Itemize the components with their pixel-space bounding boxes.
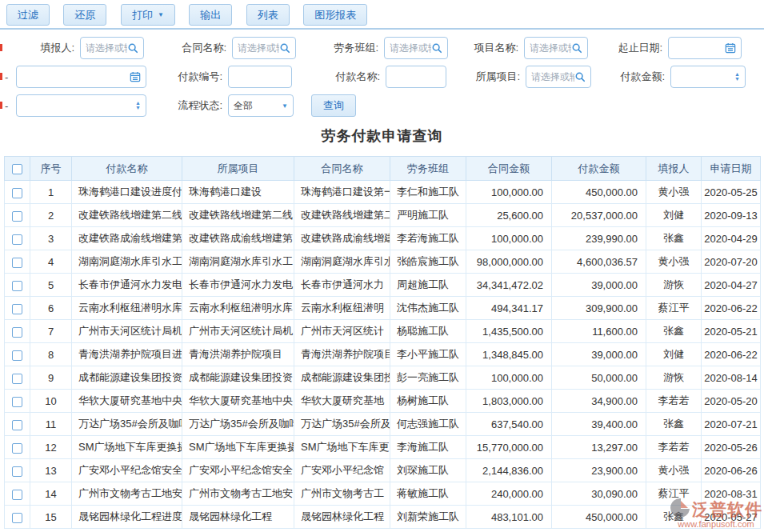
team-link[interactable]: 彭一亮施工队 (390, 366, 466, 390)
reporter-cell[interactable]: 游恢 (646, 274, 702, 297)
team-link[interactable]: 严明施工队 (390, 204, 466, 227)
row-checkbox[interactable] (12, 281, 22, 291)
reporter-cell[interactable]: 黄小强 (646, 459, 702, 482)
project-link[interactable]: 广州市天河区统计局机 (182, 320, 294, 343)
project-link[interactable]: 湖南洞庭湖水库引水工 (182, 250, 294, 274)
payment-name-link[interactable]: 青海洪湖养护院项目进 (72, 343, 182, 366)
row-checkbox[interactable] (12, 188, 22, 198)
project-link[interactable]: 云南水利枢纽潜明水库 (182, 297, 294, 320)
spinner-arrows-icon[interactable]: ▲▼ (734, 72, 740, 82)
contract-name-search-input[interactable]: 请选择或输 (232, 37, 296, 59)
project-link[interactable]: 长春市伊通河水力发电 (182, 274, 294, 297)
project-link[interactable]: 广安邓小平纪念馆安全 (182, 459, 294, 482)
reporter-search-input[interactable]: 请选择或输 (80, 37, 144, 59)
project-link[interactable]: 成都能源建设集团投资 (182, 366, 294, 390)
select-all-checkbox[interactable] (12, 164, 22, 174)
team-link[interactable]: 李海施工队 (390, 436, 466, 459)
project-link[interactable]: 改建铁路线增建第二线 (182, 204, 294, 227)
team-link[interactable]: 李仁和施工队 (390, 181, 466, 204)
payment-name-link[interactable]: 广州市文物考古工地安 (72, 482, 182, 506)
project-link[interactable]: 华软大厦研究基地中央 (182, 390, 294, 413)
payment-amount-max-stepper[interactable]: ▲▼ (16, 94, 146, 117)
search-icon[interactable] (571, 42, 582, 54)
contract-link[interactable]: 广州市文物考古工 (294, 482, 390, 506)
row-checkbox[interactable] (12, 350, 22, 361)
payment-name-link[interactable]: 广州市天河区统计局机 (72, 320, 182, 343)
row-checkbox[interactable] (12, 443, 22, 454)
filter-button[interactable]: 过滤 (6, 4, 50, 26)
reporter-cell[interactable]: 黄小强 (646, 181, 702, 204)
reporter-cell[interactable]: 蔡江平 (646, 482, 702, 506)
payment-name-link[interactable]: 湖南洞庭湖水库引水工 (72, 250, 182, 274)
row-checkbox[interactable] (12, 234, 22, 245)
start-date-input[interactable] (668, 37, 742, 59)
labor-team-search-input[interactable]: 请选择或输 (384, 37, 448, 59)
project-link[interactable]: SM广场地下车库更换摄 (182, 436, 294, 459)
reporter-cell[interactable]: 张鑫 (646, 413, 702, 436)
payment-name-input[interactable] (386, 66, 446, 88)
team-link[interactable]: 周超施工队 (390, 274, 466, 297)
restore-button[interactable]: 还原 (63, 4, 106, 26)
search-icon[interactable] (127, 42, 138, 54)
row-checkbox[interactable] (12, 466, 22, 477)
row-checkbox[interactable] (12, 374, 22, 384)
end-date-input[interactable] (16, 66, 146, 88)
contract-link[interactable]: 成都能源建设集团投 (294, 366, 390, 390)
row-checkbox[interactable] (12, 304, 22, 314)
reporter-cell[interactable]: 张鑫 (646, 506, 702, 529)
payment-amount-min-stepper[interactable]: ▲▼ (670, 66, 746, 88)
payment-no-input[interactable] (228, 66, 292, 88)
reporter-cell[interactable]: 蔡江平 (646, 297, 702, 320)
search-icon[interactable] (279, 42, 290, 54)
project-search-input[interactable]: 请选择或输 (526, 66, 591, 88)
project-link[interactable]: 珠海鹤港口建设 (182, 181, 294, 204)
contract-link[interactable]: 改建铁路线增建第二 (294, 204, 390, 227)
row-checkbox[interactable] (12, 490, 22, 500)
team-link[interactable]: 杨聪施工队 (390, 320, 466, 343)
payment-name-link[interactable]: 成都能源建设集团投资 (72, 366, 182, 390)
contract-link[interactable]: SM广场地下车库更 (294, 436, 390, 459)
payment-name-link[interactable]: 万达广场35#会所及咖啡 (72, 413, 182, 436)
payment-name-link[interactable]: 改建铁路线增建第二线 (72, 204, 182, 227)
project-link[interactable]: 晟铭园林绿化工程 (182, 506, 294, 529)
project-link[interactable]: 改建铁路成渝线增建第 (182, 227, 294, 250)
team-link[interactable]: 何志强施工队 (390, 413, 466, 436)
team-link[interactable]: 蒋敏施工队 (390, 482, 466, 506)
project-name-search-input[interactable]: 请选择或输 (524, 37, 588, 59)
payment-name-link[interactable]: 长春市伊通河水力发电 (72, 274, 182, 297)
team-link[interactable]: 刘琛施工队 (390, 459, 466, 482)
reporter-cell[interactable]: 黄小强 (646, 250, 702, 274)
row-checkbox[interactable] (12, 258, 22, 268)
output-button[interactable]: 输出 (189, 4, 232, 26)
team-link[interactable]: 杨树施工队 (390, 390, 466, 413)
payment-name-link[interactable]: 珠海鹤港口建设进度付 (72, 181, 182, 204)
team-link[interactable]: 刘新荣施工队 (390, 506, 466, 529)
reporter-cell[interactable]: 刘健 (646, 204, 702, 227)
team-link[interactable]: 李若海施工队 (390, 227, 466, 250)
row-checkbox[interactable] (12, 513, 22, 523)
chart-report-button[interactable]: 图形报表 (303, 4, 367, 26)
team-link[interactable]: 沈伟杰施工队 (390, 297, 466, 320)
project-link[interactable]: 青海洪湖养护院项目 (182, 343, 294, 366)
calendar-icon[interactable] (725, 42, 736, 54)
contract-link[interactable]: 华软大厦研究基地 (294, 390, 390, 413)
list-button[interactable]: 列表 (246, 4, 290, 26)
payment-name-link[interactable]: SM广场地下车库更换摄 (72, 436, 182, 459)
contract-link[interactable]: 广州市天河区统计 (294, 320, 390, 343)
calendar-icon[interactable] (130, 71, 141, 82)
reporter-cell[interactable]: 张鑫 (646, 320, 702, 343)
contract-link[interactable]: 湖南洞庭湖水库引水 (294, 250, 390, 274)
print-button[interactable]: 打印▼ (121, 4, 175, 26)
payment-name-link[interactable]: 广安邓小平纪念馆安全 (72, 459, 182, 482)
payment-name-link[interactable]: 华软大厦研究基地中央 (72, 390, 182, 413)
contract-link[interactable]: 长春市伊通河水力 (294, 274, 390, 297)
contract-link[interactable]: 云南水利枢纽潜明 (294, 297, 390, 320)
project-link[interactable]: 广州市文物考古工地安 (182, 482, 294, 506)
project-link[interactable]: 万达广场35#会所及咖啡 (182, 413, 294, 436)
contract-link[interactable]: 晟铭园林绿化工程 (294, 506, 390, 529)
row-checkbox[interactable] (12, 397, 22, 407)
contract-link[interactable]: 万达广场35#会所及 (294, 413, 390, 436)
payment-name-link[interactable]: 改建铁路成渝线增建第 (72, 227, 182, 250)
team-link[interactable]: 张皓宸施工队 (390, 250, 466, 274)
process-status-select[interactable]: 全部 ▼ (228, 94, 294, 117)
